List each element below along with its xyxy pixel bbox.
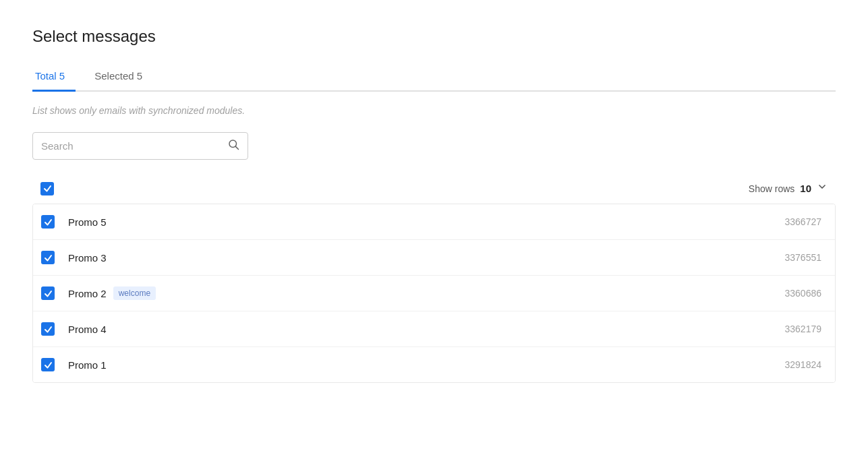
- subtitle-text: List shows only emails with synchronized…: [32, 105, 836, 116]
- row-checkbox-1[interactable]: [41, 215, 55, 229]
- row-tag-3: welcome: [113, 286, 156, 300]
- tab-total-label: Total: [35, 70, 57, 82]
- row-id-5: 3291824: [784, 359, 821, 370]
- row-name-text-2: Promo 3: [68, 252, 107, 264]
- messages-table: Promo 53366727Promo 33376551Promo 2welco…: [32, 204, 836, 383]
- row-name-1: Promo 5: [68, 216, 784, 228]
- tab-total-count-value: 5: [59, 70, 65, 82]
- search-input[interactable]: [41, 140, 225, 152]
- show-rows-label: Show rows: [749, 183, 794, 194]
- row-name-text-3: Promo 2: [68, 288, 107, 299]
- table-row: Promo 43362179: [33, 311, 835, 347]
- show-rows-chevron-icon[interactable]: [817, 181, 828, 195]
- row-checkbox-2[interactable]: [41, 251, 55, 264]
- row-name-text-4: Promo 4: [68, 324, 107, 335]
- row-id-1: 3366727: [784, 216, 821, 227]
- row-id-4: 3362179: [784, 324, 821, 334]
- row-checkbox-3[interactable]: [41, 286, 55, 300]
- select-all-checkbox[interactable]: [40, 182, 54, 195]
- tabs-bar: Total 5 Selected 5: [32, 65, 836, 92]
- row-name-text-1: Promo 5: [68, 216, 107, 228]
- tab-selected-count-value: 5: [137, 70, 142, 82]
- row-name-5: Promo 1: [68, 359, 784, 371]
- tab-selected[interactable]: Selected 5: [92, 65, 153, 92]
- show-rows-control: Show rows 10: [749, 181, 828, 195]
- row-checkbox-4[interactable]: [41, 322, 55, 336]
- select-all-wrapper: [40, 182, 54, 195]
- table-row: Promo 33376551: [33, 240, 835, 276]
- row-name-4: Promo 4: [68, 324, 784, 335]
- row-checkbox-5[interactable]: [41, 358, 55, 371]
- table-row: Promo 53366727: [33, 204, 835, 240]
- table-row: Promo 13291824: [33, 347, 835, 382]
- row-id-2: 3376551: [784, 252, 821, 263]
- table-row: Promo 2welcome3360686: [33, 276, 835, 311]
- show-rows-value: 10: [800, 183, 811, 194]
- row-name-3: Promo 2welcome: [68, 286, 784, 300]
- row-name-text-5: Promo 1: [68, 359, 107, 371]
- table-controls: Show rows 10: [32, 176, 836, 201]
- row-id-3: 3360686: [784, 288, 821, 299]
- svg-line-1: [235, 146, 238, 149]
- tab-selected-label: Selected: [94, 70, 134, 82]
- search-box: [32, 132, 248, 160]
- tab-total[interactable]: Total 5: [32, 65, 76, 92]
- row-name-2: Promo 3: [68, 252, 784, 264]
- search-icon: [227, 138, 239, 154]
- page-title: Select messages: [32, 27, 836, 46]
